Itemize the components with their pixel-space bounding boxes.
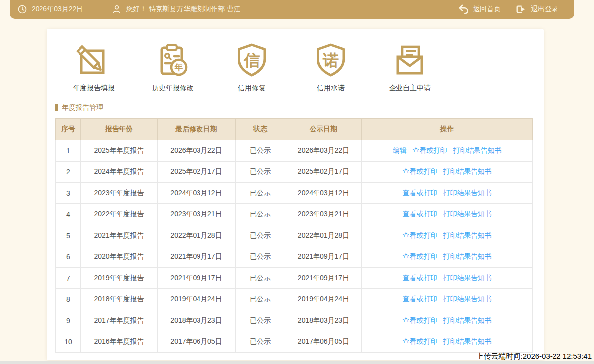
return-home-label: 返回首页 — [473, 5, 501, 14]
nav-label: 企业自主申请 — [389, 84, 431, 93]
action-link[interactable]: 打印结果告知书 — [453, 146, 502, 154]
column-header: 操作 — [362, 119, 533, 140]
logout-icon — [515, 4, 526, 14]
main-card: 年度报告填报 年 历史年报修改 — [47, 29, 544, 360]
nav-label: 年度报告填报 — [73, 84, 115, 93]
year-badge-glyph: 年 — [174, 63, 183, 72]
cell-no: 10 — [56, 331, 81, 353]
shield-glyph: 诺 — [322, 51, 339, 69]
cell-no: 9 — [56, 310, 81, 331]
history-report-modify-icon: 年 — [154, 41, 192, 79]
return-home-button[interactable]: 返回首页 — [458, 4, 501, 14]
cell-modified-date: 2026年03月22日 — [158, 140, 236, 162]
cell-modified-date: 2024年03月12日 — [158, 183, 236, 204]
report-table-head-row: 序号报告年份最后修改日期状态公示日期操作 — [56, 119, 533, 140]
action-link[interactable]: 查看或打印 — [403, 252, 437, 260]
action-link[interactable]: 打印结果告知书 — [443, 252, 492, 260]
cell-publish-date: 2019年04月24日 — [285, 289, 362, 310]
nav-label: 历史年报修改 — [152, 84, 194, 93]
action-link[interactable]: 查看或打印 — [403, 316, 437, 324]
nav-label: 信用修复 — [238, 84, 266, 93]
column-header: 公示日期 — [285, 119, 362, 140]
annual-report-edit-icon — [75, 41, 113, 79]
cell-report-year: 2021年年度报告 — [81, 225, 158, 246]
cell-status: 已公示 — [236, 183, 285, 204]
header-greeting: 您好！ 特克斯县万华雕刻制作部 曹江 — [126, 5, 240, 14]
cell-report-year: 2017年年度报告 — [81, 310, 158, 331]
top-bar: 2026年03月22日 您好！ 特克斯县万华雕刻制作部 曹江 返回首页 退出登录 — [10, 0, 574, 19]
column-header: 最后修改日期 — [158, 119, 236, 140]
table-row: 102016年年度报告2017年06月05日已公示2017年06月05日查看或打… — [56, 331, 533, 353]
cell-status: 已公示 — [236, 289, 285, 310]
return-arrow-icon — [458, 4, 469, 14]
cell-no: 2 — [56, 162, 81, 183]
cell-no: 8 — [56, 289, 81, 310]
action-link[interactable]: 打印结果告知书 — [443, 274, 492, 282]
cell-status: 已公示 — [236, 204, 285, 225]
nav-label: 信用承诺 — [317, 84, 345, 93]
cell-modified-date: 2019年04月24日 — [158, 289, 236, 310]
action-link[interactable]: 查看或打印 — [403, 167, 437, 175]
cell-modified-date: 2022年01月28日 — [158, 225, 236, 246]
action-link[interactable]: 打印结果告知书 — [443, 316, 492, 324]
table-row: 62020年年度报告2021年09月17日已公示2021年09月17日查看或打印… — [56, 246, 533, 268]
nav-icon-row: 年度报告填报 年 历史年报修改 — [47, 29, 544, 93]
nav-item-annual-report-filing[interactable]: 年度报告填报 — [54, 41, 133, 93]
action-link[interactable]: 查看或打印 — [403, 189, 437, 197]
cell-no: 3 — [56, 183, 81, 204]
cell-publish-date: 2018年03月23日 — [285, 310, 362, 331]
cell-actions: 查看或打印打印结果告知书 — [362, 310, 533, 331]
section-title: 年度报告管理 — [62, 103, 103, 112]
cell-modified-date: 2021年09月17日 — [158, 246, 236, 268]
action-link[interactable]: 打印结果告知书 — [443, 189, 492, 197]
column-header: 报告年份 — [81, 119, 158, 140]
cell-publish-date: 2025年02月17日 — [285, 162, 362, 183]
nav-item-self-apply[interactable]: 企业自主申请 — [370, 41, 449, 93]
action-link[interactable]: 查看或打印 — [403, 337, 437, 345]
action-link[interactable]: 编辑 — [393, 146, 407, 154]
cell-publish-date: 2022年01月28日 — [285, 225, 362, 246]
cell-status: 已公示 — [236, 225, 285, 246]
cell-publish-date: 2024年03月12日 — [285, 183, 362, 204]
logout-button[interactable]: 退出登录 — [515, 4, 558, 14]
action-link[interactable]: 打印结果告知书 — [443, 210, 492, 218]
logout-label: 退出登录 — [531, 5, 558, 14]
clock-icon — [17, 4, 27, 14]
action-link[interactable]: 打印结果告知书 — [443, 231, 492, 239]
table-row: 52021年年度报告2022年01月28日已公示2022年01月28日查看或打印… — [56, 225, 533, 246]
cell-report-year: 2025年年度报告 — [81, 140, 158, 162]
shield-glyph: 信 — [243, 51, 260, 69]
section-title-bar — [55, 104, 58, 111]
cell-no: 6 — [56, 246, 81, 268]
cell-report-year: 2024年年度报告 — [81, 162, 158, 183]
cell-actions: 查看或打印打印结果告知书 — [362, 246, 533, 268]
cell-no: 5 — [56, 225, 81, 246]
action-link[interactable]: 查看或打印 — [403, 231, 437, 239]
nav-item-history-report-modify[interactable]: 年 历史年报修改 — [133, 41, 212, 93]
cell-report-year: 2016年年度报告 — [81, 331, 158, 353]
cell-status: 已公示 — [236, 140, 285, 162]
table-row: 92017年年度报告2018年03月23日已公示2018年03月23日查看或打印… — [56, 310, 533, 331]
action-link[interactable]: 查看或打印 — [413, 146, 447, 154]
cell-actions: 查看或打印打印结果告知书 — [362, 225, 533, 246]
action-link[interactable]: 打印结果告知书 — [443, 167, 492, 175]
action-link[interactable]: 打印结果告知书 — [443, 295, 492, 303]
cell-modified-date: 2017年06月05日 — [158, 331, 236, 353]
action-link[interactable]: 打印结果告知书 — [443, 337, 492, 345]
section-header: 年度报告管理 — [55, 103, 544, 112]
action-link[interactable]: 查看或打印 — [403, 210, 437, 218]
cell-report-year: 2018年年度报告 — [81, 289, 158, 310]
action-link[interactable]: 查看或打印 — [403, 274, 437, 282]
self-apply-envelope-icon — [391, 41, 429, 79]
cell-publish-date: 2021年09月17日 — [285, 268, 362, 289]
cell-no: 1 — [56, 140, 81, 162]
credit-repair-shield-icon: 信 — [233, 41, 271, 79]
nav-item-credit-promise[interactable]: 诺 信用承诺 — [291, 41, 370, 93]
cell-no: 7 — [56, 268, 81, 289]
cell-actions: 查看或打印打印结果告知书 — [362, 204, 533, 225]
cell-status: 已公示 — [236, 268, 285, 289]
table-row: 12025年年度报告2026年03月22日已公示2026年03月22日编辑查看或… — [56, 140, 533, 162]
header-date-group: 2026年03月22日 — [17, 4, 83, 14]
nav-item-credit-repair[interactable]: 信 信用修复 — [212, 41, 291, 93]
action-link[interactable]: 查看或打印 — [403, 295, 437, 303]
